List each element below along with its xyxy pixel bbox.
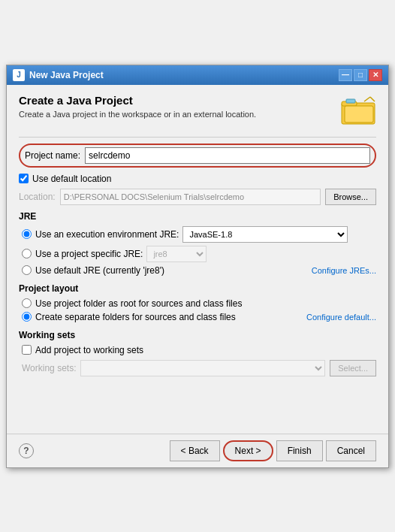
jre-environment-select[interactable]: JavaSE-1.8 — [182, 226, 348, 243]
jre-option1-label: Use an execution environment JRE: — [35, 229, 179, 240]
svg-rect-2 — [345, 106, 373, 122]
back-button[interactable]: < Back — [170, 440, 220, 461]
page-title: Create a Java Project — [19, 94, 256, 107]
window-title: New Java Project — [29, 70, 104, 80]
project-layout-label: Project layout — [19, 283, 376, 294]
layout-option2-label: Create separate folders for sources and … — [35, 312, 306, 322]
jre-option1-row: Use an execution environment JRE: JavaSE… — [19, 226, 376, 243]
minimize-button[interactable]: — — [339, 69, 352, 81]
help-button[interactable]: ? — [19, 443, 34, 458]
project-name-label: Project name: — [25, 150, 80, 161]
cancel-button[interactable]: Cancel — [326, 440, 376, 461]
bottom-bar: ? < Back Next > Finish Cancel — [7, 434, 388, 467]
project-name-input[interactable] — [85, 147, 370, 164]
jre-section: JRE Use an execution environment JRE: Ja… — [19, 211, 376, 276]
project-name-section: Project name: — [19, 144, 376, 168]
layout-option2-row: Create separate folders for sources and … — [19, 312, 376, 322]
svg-line-4 — [364, 97, 370, 101]
select-working-sets-button[interactable]: Select... — [330, 360, 376, 376]
project-name-wrapper: Project name: — [19, 144, 376, 168]
working-sets-field-label: Working sets: — [22, 363, 76, 373]
browse-button[interactable]: Browse... — [325, 189, 376, 205]
svg-line-5 — [370, 97, 375, 101]
main-window: J New Java Project — □ ✕ Create a Java P… — [6, 65, 389, 468]
layout-option2-radio[interactable] — [22, 312, 32, 322]
svg-rect-3 — [346, 99, 355, 103]
location-input[interactable] — [60, 189, 321, 205]
add-working-sets-checkbox[interactable] — [22, 345, 32, 355]
page-subtitle: Create a Java project in the workspace o… — [19, 110, 256, 119]
add-working-sets-label: Add project to working sets — [35, 345, 143, 355]
content-spacer — [19, 384, 376, 422]
jre-section-label: JRE — [19, 211, 376, 222]
titlebar-left: J New Java Project — [13, 69, 104, 81]
jre-option3-label: Use default JRE (currently 'jre8') — [35, 265, 164, 276]
jre-specific-select[interactable]: jre8 — [146, 246, 207, 262]
location-label: Location: — [19, 192, 56, 202]
add-working-sets-row: Add project to working sets — [19, 345, 376, 355]
window-icon: J — [13, 69, 25, 81]
use-default-location-label: Use default location — [32, 174, 111, 184]
project-layout-section: Project layout Use project folder as roo… — [19, 283, 376, 322]
bottom-buttons: < Back Next > Finish Cancel — [170, 440, 376, 461]
jre-option3-radio[interactable] — [22, 265, 32, 275]
jre-option2-label: Use a project specific JRE: — [35, 249, 143, 259]
titlebar: J New Java Project — □ ✕ — [7, 65, 388, 85]
jre-option3-row: Use default JRE (currently 'jre8') Confi… — [19, 265, 376, 276]
working-sets-input-row: Working sets: Select... — [19, 360, 376, 376]
close-button[interactable]: ✕ — [369, 69, 382, 81]
configure-jres-link[interactable]: Configure JREs... — [312, 266, 376, 275]
next-button[interactable]: Next > — [223, 440, 273, 461]
header-icon — [340, 95, 376, 128]
layout-option1-label: Use project folder as root for sources a… — [35, 298, 242, 309]
jre-option2-row: Use a project specific JRE: jre8 — [19, 246, 376, 262]
finish-button[interactable]: Finish — [276, 440, 323, 461]
working-sets-label: Working sets — [19, 330, 376, 340]
layout-option1-radio[interactable] — [22, 298, 32, 308]
jre-option2-radio[interactable] — [22, 249, 32, 258]
dialog-content: Create a Java Project Create a Java proj… — [7, 85, 388, 431]
header-divider — [19, 137, 376, 138]
maximize-button[interactable]: □ — [354, 69, 367, 81]
page-header: Create a Java Project Create a Java proj… — [19, 94, 376, 128]
use-default-location-checkbox[interactable] — [19, 174, 29, 183]
use-default-location-row: Use default location — [19, 174, 376, 184]
location-row: Location: Browse... — [19, 189, 376, 205]
working-sets-select[interactable] — [80, 360, 325, 376]
jre-option1-radio[interactable] — [22, 229, 32, 239]
layout-option1-row: Use project folder as root for sources a… — [19, 298, 376, 309]
titlebar-controls: — □ ✕ — [339, 69, 382, 81]
configure-default-link[interactable]: Configure default... — [306, 313, 376, 322]
working-sets-section: Working sets Add project to working sets… — [19, 330, 376, 376]
